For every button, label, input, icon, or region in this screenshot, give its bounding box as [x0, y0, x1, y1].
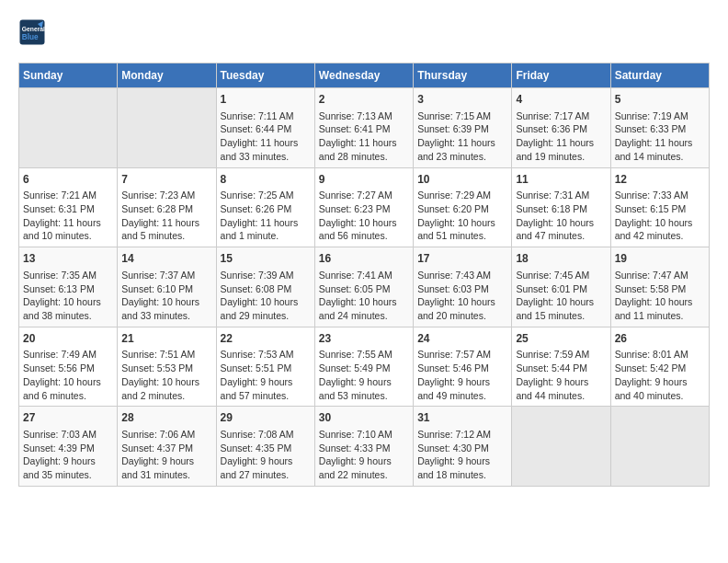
- calendar-cell: 13Sunrise: 7:35 AM Sunset: 6:13 PM Dayli…: [19, 247, 118, 327]
- calendar-cell: 6Sunrise: 7:21 AM Sunset: 6:31 PM Daylig…: [19, 167, 118, 247]
- day-info: Sunrise: 7:15 AM Sunset: 6:39 PM Dayligh…: [417, 109, 507, 164]
- calendar-cell: 15Sunrise: 7:39 AM Sunset: 6:08 PM Dayli…: [216, 247, 314, 327]
- weekday-header-thursday: Thursday: [414, 63, 512, 88]
- day-number: 15: [221, 251, 311, 267]
- calendar-cell: 21Sunrise: 7:51 AM Sunset: 5:53 PM Dayli…: [118, 327, 216, 407]
- day-number: 10: [417, 172, 507, 188]
- day-number: 19: [615, 251, 705, 267]
- calendar-cell: 30Sunrise: 7:10 AM Sunset: 4:33 PM Dayli…: [314, 407, 413, 487]
- calendar-cell: 12Sunrise: 7:33 AM Sunset: 6:15 PM Dayli…: [610, 167, 709, 247]
- day-number: 11: [516, 172, 606, 188]
- day-number: 20: [23, 331, 113, 347]
- day-number: 27: [23, 410, 113, 426]
- day-number: 9: [319, 172, 409, 188]
- calendar-cell: 5Sunrise: 7:19 AM Sunset: 6:33 PM Daylig…: [610, 88, 709, 168]
- calendar-cell: 2Sunrise: 7:13 AM Sunset: 6:41 PM Daylig…: [314, 88, 413, 168]
- day-number: 25: [516, 331, 606, 347]
- day-info: Sunrise: 7:08 AM Sunset: 4:35 PM Dayligh…: [221, 428, 311, 482]
- calendar-cell: 14Sunrise: 7:37 AM Sunset: 6:10 PM Dayli…: [118, 247, 216, 327]
- day-info: Sunrise: 7:23 AM Sunset: 6:28 PM Dayligh…: [121, 189, 211, 243]
- day-number: 30: [319, 410, 409, 426]
- weekday-header-sunday: Sunday: [19, 63, 118, 88]
- day-number: 6: [23, 172, 113, 188]
- day-info: Sunrise: 7:59 AM Sunset: 5:44 PM Dayligh…: [516, 348, 606, 402]
- day-number: 29: [221, 410, 311, 426]
- calendar-week-5: 27Sunrise: 7:03 AM Sunset: 4:39 PM Dayli…: [19, 407, 710, 487]
- calendar-cell: 26Sunrise: 8:01 AM Sunset: 5:42 PM Dayli…: [610, 327, 709, 407]
- day-info: Sunrise: 7:37 AM Sunset: 6:10 PM Dayligh…: [121, 269, 211, 323]
- day-number: 14: [121, 251, 211, 267]
- day-number: 31: [417, 410, 507, 426]
- calendar-cell: 24Sunrise: 7:57 AM Sunset: 5:46 PM Dayli…: [414, 327, 512, 407]
- day-info: Sunrise: 7:17 AM Sunset: 6:36 PM Dayligh…: [516, 109, 606, 164]
- calendar-week-1: 1Sunrise: 7:11 AM Sunset: 6:44 PM Daylig…: [19, 88, 710, 168]
- day-number: 12: [615, 172, 705, 188]
- calendar-week-2: 6Sunrise: 7:21 AM Sunset: 6:31 PM Daylig…: [19, 167, 710, 247]
- weekday-header-friday: Friday: [512, 63, 610, 88]
- day-number: 24: [417, 331, 507, 347]
- svg-text:Blue: Blue: [22, 33, 39, 41]
- day-info: Sunrise: 7:21 AM Sunset: 6:31 PM Dayligh…: [23, 189, 113, 243]
- day-number: 5: [615, 92, 705, 108]
- day-number: 1: [221, 92, 311, 108]
- day-info: Sunrise: 7:06 AM Sunset: 4:37 PM Dayligh…: [121, 428, 211, 482]
- calendar-cell: [610, 407, 709, 487]
- calendar-cell: 28Sunrise: 7:06 AM Sunset: 4:37 PM Dayli…: [118, 407, 216, 487]
- calendar-table: SundayMondayTuesdayWednesdayThursdayFrid…: [18, 63, 710, 487]
- logo: General Blue: [18, 18, 50, 46]
- calendar-week-4: 20Sunrise: 7:49 AM Sunset: 5:56 PM Dayli…: [19, 327, 710, 407]
- weekday-header-monday: Monday: [118, 63, 216, 88]
- day-number: 18: [516, 251, 606, 267]
- day-number: 23: [319, 331, 409, 347]
- calendar-cell: 10Sunrise: 7:29 AM Sunset: 6:20 PM Dayli…: [414, 167, 512, 247]
- day-number: 28: [121, 410, 211, 426]
- calendar-cell: [512, 407, 610, 487]
- day-info: Sunrise: 7:51 AM Sunset: 5:53 PM Dayligh…: [121, 348, 211, 402]
- day-info: Sunrise: 7:11 AM Sunset: 6:44 PM Dayligh…: [221, 109, 311, 164]
- calendar-cell: 1Sunrise: 7:11 AM Sunset: 6:44 PM Daylig…: [216, 88, 314, 168]
- day-info: Sunrise: 7:03 AM Sunset: 4:39 PM Dayligh…: [23, 428, 113, 482]
- day-info: Sunrise: 7:43 AM Sunset: 6:03 PM Dayligh…: [417, 269, 507, 323]
- calendar-cell: 25Sunrise: 7:59 AM Sunset: 5:44 PM Dayli…: [512, 327, 610, 407]
- day-info: Sunrise: 7:19 AM Sunset: 6:33 PM Dayligh…: [615, 109, 705, 164]
- day-info: Sunrise: 8:01 AM Sunset: 5:42 PM Dayligh…: [615, 348, 705, 402]
- calendar-cell: 17Sunrise: 7:43 AM Sunset: 6:03 PM Dayli…: [414, 247, 512, 327]
- day-number: 17: [417, 251, 507, 267]
- day-info: Sunrise: 7:27 AM Sunset: 6:23 PM Dayligh…: [319, 189, 409, 243]
- day-number: 21: [121, 331, 211, 347]
- weekday-header-row: SundayMondayTuesdayWednesdayThursdayFrid…: [19, 63, 710, 88]
- calendar-cell: 23Sunrise: 7:55 AM Sunset: 5:49 PM Dayli…: [314, 327, 413, 407]
- day-number: 8: [221, 172, 311, 188]
- calendar-cell: 16Sunrise: 7:41 AM Sunset: 6:05 PM Dayli…: [314, 247, 413, 327]
- day-info: Sunrise: 7:55 AM Sunset: 5:49 PM Dayligh…: [319, 348, 409, 402]
- calendar-cell: 27Sunrise: 7:03 AM Sunset: 4:39 PM Dayli…: [19, 407, 118, 487]
- day-info: Sunrise: 7:29 AM Sunset: 6:20 PM Dayligh…: [417, 189, 507, 243]
- weekday-header-wednesday: Wednesday: [314, 63, 413, 88]
- day-info: Sunrise: 7:31 AM Sunset: 6:18 PM Dayligh…: [516, 189, 606, 243]
- calendar-cell: 19Sunrise: 7:47 AM Sunset: 5:58 PM Dayli…: [610, 247, 709, 327]
- calendar-cell: 11Sunrise: 7:31 AM Sunset: 6:18 PM Dayli…: [512, 167, 610, 247]
- calendar-cell: 20Sunrise: 7:49 AM Sunset: 5:56 PM Dayli…: [19, 327, 118, 407]
- day-info: Sunrise: 7:53 AM Sunset: 5:51 PM Dayligh…: [221, 348, 311, 402]
- day-info: Sunrise: 7:41 AM Sunset: 6:05 PM Dayligh…: [319, 269, 409, 323]
- day-number: 13: [23, 251, 113, 267]
- day-info: Sunrise: 7:49 AM Sunset: 5:56 PM Dayligh…: [23, 348, 113, 402]
- day-info: Sunrise: 7:35 AM Sunset: 6:13 PM Dayligh…: [23, 269, 113, 323]
- day-number: 3: [417, 92, 507, 108]
- weekday-header-saturday: Saturday: [610, 63, 709, 88]
- calendar-cell: 18Sunrise: 7:45 AM Sunset: 6:01 PM Dayli…: [512, 247, 610, 327]
- day-number: 16: [319, 251, 409, 267]
- day-number: 26: [615, 331, 705, 347]
- day-info: Sunrise: 7:12 AM Sunset: 4:30 PM Dayligh…: [417, 428, 507, 482]
- calendar-cell: [19, 88, 118, 168]
- day-info: Sunrise: 7:13 AM Sunset: 6:41 PM Dayligh…: [319, 109, 409, 164]
- day-info: Sunrise: 7:10 AM Sunset: 4:33 PM Dayligh…: [319, 428, 409, 482]
- day-info: Sunrise: 7:39 AM Sunset: 6:08 PM Dayligh…: [221, 269, 311, 323]
- day-number: 2: [319, 92, 409, 108]
- day-info: Sunrise: 7:47 AM Sunset: 5:58 PM Dayligh…: [615, 269, 705, 323]
- day-number: 22: [221, 331, 311, 347]
- calendar-cell: [118, 88, 216, 168]
- weekday-header-tuesday: Tuesday: [216, 63, 314, 88]
- day-info: Sunrise: 7:57 AM Sunset: 5:46 PM Dayligh…: [417, 348, 507, 402]
- calendar-cell: 29Sunrise: 7:08 AM Sunset: 4:35 PM Dayli…: [216, 407, 314, 487]
